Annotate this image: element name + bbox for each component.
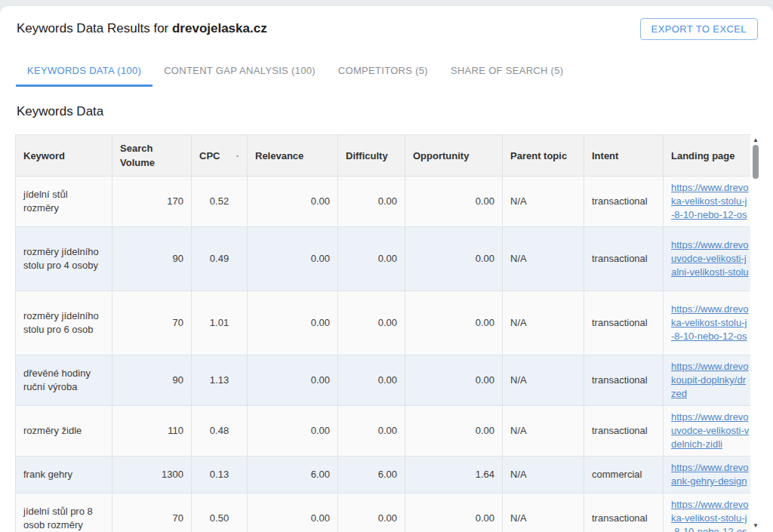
cell-relevance: 0.00 <box>248 177 338 227</box>
opportunity-value: 1.64 <box>476 469 494 480</box>
landing-page-link[interactable]: https://www.drevo <box>671 411 753 424</box>
difficulty-value: 0.00 <box>378 425 397 436</box>
column-header-relevance[interactable]: Relevance <box>248 135 338 177</box>
landing-page-link[interactable]: delnich-zidli <box>671 438 753 451</box>
opportunity-value: 0.00 <box>476 512 494 524</box>
cell-search_volume: 1300 <box>112 457 192 494</box>
column-header-label: Intent <box>592 150 618 161</box>
column-header-keyword[interactable]: Keyword <box>16 135 112 177</box>
column-header-intent[interactable]: Intent <box>584 135 664 177</box>
landing-page-link[interactable]: uvodce-velikosti-v <box>671 424 753 438</box>
search_volume-value: 170 <box>167 195 183 207</box>
landing-page-link[interactable]: alni-velikosti-stolu <box>671 266 753 279</box>
landing-page-link[interactable]: https://www.drevo <box>671 303 753 316</box>
cell-cpc: 0.50 <box>192 494 248 532</box>
search_volume-value: 90 <box>173 374 183 386</box>
export-to-excel-button[interactable]: EXPORT TO EXCEL <box>640 18 758 40</box>
difficulty-value: 6.00 <box>378 469 397 480</box>
cell-intent: transactional <box>584 406 664 457</box>
table-row: rozměry jídelního stolu pro 4 osoby900.4… <box>16 227 762 291</box>
column-header-search_volume[interactable]: Search Volume <box>112 135 192 177</box>
keyword-value: jídelní stůl rozměry <box>23 189 68 214</box>
tab-keywords-data[interactable]: KEYWORDS DATA (100) <box>16 57 152 87</box>
column-header-label: CPC <box>199 150 220 161</box>
landing-page-link[interactable]: ka-velikost-stolu-j <box>671 512 753 525</box>
search_volume-value: 90 <box>173 253 183 264</box>
cell-intent: commercial <box>584 457 664 494</box>
tab-share-of-search[interactable]: SHARE OF SEARCH (5) <box>439 57 574 87</box>
cell-difficulty: 0.00 <box>338 227 405 291</box>
opportunity-value: 0.00 <box>476 317 494 328</box>
cell-intent: transactional <box>584 291 664 355</box>
landing-page-link[interactable]: https://www.drevo <box>671 238 753 252</box>
relevance-value: 6.00 <box>311 469 330 480</box>
cell-parent_topic: N/A <box>503 227 584 291</box>
search_volume-value: 110 <box>168 425 183 436</box>
opportunity-value: 0.00 <box>476 195 494 207</box>
tab-content-gap-analysis[interactable]: CONTENT GAP ANALYSIS (100) <box>152 57 327 87</box>
difficulty-value: 0.00 <box>378 195 397 207</box>
cell-relevance: 0.00 <box>248 406 338 457</box>
scrollbar-down-arrow-icon[interactable]: ▼ <box>750 522 761 530</box>
tab-bar: KEYWORDS DATA (100) CONTENT GAP ANALYSIS… <box>16 57 574 87</box>
landing-page-link[interactable]: -8-10-nebo-12-os <box>671 208 753 222</box>
landing-page-link[interactable]: https://www.drevo <box>671 461 753 475</box>
table-header-row: KeywordSearch Volume·CPCRelevanceDifficu… <box>16 135 762 177</box>
search_volume-value: 1300 <box>162 469 183 480</box>
column-header-cpc[interactable]: ·CPC <box>192 135 248 177</box>
scrollbar-thumb[interactable] <box>753 145 759 179</box>
opportunity-value: 0.00 <box>476 253 494 264</box>
cell-keyword: jídelní stůl rozměry <box>16 177 112 227</box>
column-header-difficulty[interactable]: Difficulty <box>338 135 405 177</box>
cell-landing: https://www.drevoka-velikost-stolu-j-8-1… <box>664 291 762 355</box>
cell-relevance: 0.00 <box>248 355 338 406</box>
landing-page-link[interactable]: https://www.drevo <box>671 498 753 512</box>
cell-cpc: 0.52 <box>192 177 248 227</box>
cell-opportunity: 0.00 <box>405 406 503 457</box>
column-header-label: Parent topic <box>510 150 567 161</box>
cell-landing: https://www.drevoka-velikost-stolu-j-8-1… <box>664 494 762 532</box>
landing-page-link[interactable]: ka-velikost-stolu-j <box>671 195 753 208</box>
landing-page-link[interactable]: ka-velikost-stolu-j <box>671 316 753 330</box>
cell-search_volume: 110 <box>112 406 192 457</box>
difficulty-value: 0.00 <box>378 512 397 524</box>
cell-relevance: 6.00 <box>248 457 338 494</box>
cell-opportunity: 0.00 <box>405 177 503 227</box>
cpc-value: 0.13 <box>210 469 229 480</box>
table-row: jídelní stůl pro 8 osob rozměry700.500.0… <box>16 494 762 532</box>
vertical-scrollbar[interactable]: ▲ ▼ <box>750 134 761 532</box>
table-row: dřevěné hodiny ruční výroba901.130.000.0… <box>16 355 762 406</box>
column-header-parent_topic[interactable]: Parent topic <box>503 135 584 177</box>
keyword-value: rozměry židle <box>23 425 82 436</box>
landing-page-link[interactable]: https://www.drevo <box>671 360 753 374</box>
landing-page-link[interactable]: -8-10-nebo-12-os <box>671 525 753 532</box>
relevance-value: 0.00 <box>311 195 330 207</box>
column-header-opportunity[interactable]: Opportunity <box>405 135 503 177</box>
keywords-table-container: KeywordSearch Volume·CPCRelevanceDifficu… <box>15 134 761 532</box>
landing-page-link[interactable]: uvodce-velikosti-j <box>671 252 753 266</box>
scrollbar-up-arrow-icon[interactable]: ▲ <box>750 137 761 144</box>
table-row: rozměry židle1100.480.000.000.00N/Atrans… <box>16 406 762 457</box>
parent_topic-value: N/A <box>510 317 527 328</box>
landing-page-link[interactable]: koupit-doplnky/dr <box>671 374 753 387</box>
landing-page-link[interactable]: -8-10-nebo-12-os <box>671 330 753 343</box>
relevance-value: 0.00 <box>311 512 330 524</box>
cell-parent_topic: N/A <box>503 355 584 406</box>
cell-relevance: 0.00 <box>248 494 338 532</box>
cell-opportunity: 1.64 <box>405 457 503 494</box>
difficulty-value: 0.00 <box>378 374 397 386</box>
cpc-value: 1.01 <box>210 317 229 328</box>
cell-opportunity: 0.00 <box>405 291 503 355</box>
cell-cpc: 0.48 <box>192 406 248 457</box>
intent-value: commercial <box>592 469 642 480</box>
tab-competitors[interactable]: COMPETITORS (5) <box>327 57 439 87</box>
column-header-label: Search Volume <box>120 143 155 168</box>
column-header-landing[interactable]: Landing page <box>664 135 762 177</box>
relevance-value: 0.00 <box>311 253 330 264</box>
landing-page-link[interactable]: https://www.drevo <box>671 181 753 195</box>
landing-page-link[interactable]: ank-gehry-design <box>671 475 753 488</box>
landing-page-link[interactable]: zed <box>671 387 753 401</box>
cpc-value: 0.50 <box>210 512 229 524</box>
page-title: Keywords Data Results for drevojelaska.c… <box>17 21 267 36</box>
cell-difficulty: 0.00 <box>338 291 405 355</box>
